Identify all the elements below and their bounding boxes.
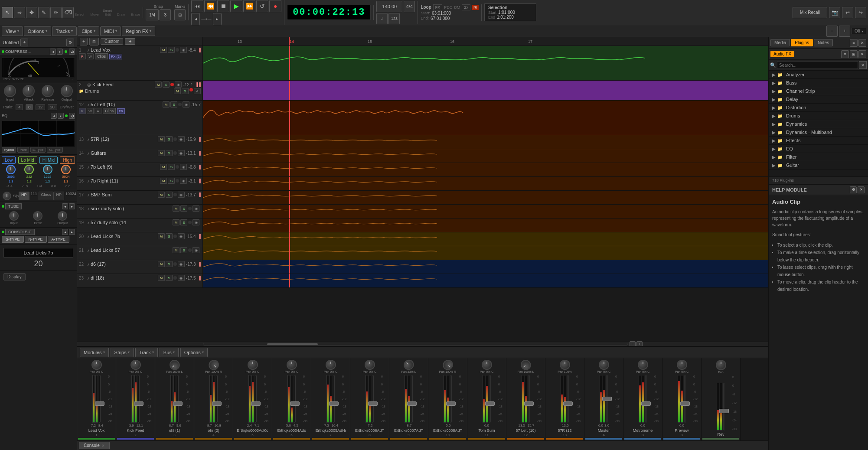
browser-icon-btn[interactable]: ⊞ [850, 50, 858, 58]
track-2-rec-led[interactable] [170, 83, 174, 86]
lomid-band-btn[interactable]: Lo Mid [18, 157, 37, 164]
erase-tool-btn[interactable]: ⌫ [62, 7, 74, 18]
track-18-content[interactable] [203, 205, 768, 218]
off-dropdown[interactable]: Off ▾ [852, 28, 866, 34]
mixer-fader-handle-3[interactable] [212, 401, 222, 406]
track-21-monitor-btn[interactable]: ◉ [193, 247, 199, 253]
track-12-r-btn[interactable]: R [79, 108, 86, 114]
track-12-clips-btn[interactable]: Clips [103, 108, 116, 114]
track-19-monitor-btn[interactable]: ◉ [193, 219, 199, 225]
marks-btn[interactable]: ⊞ [174, 9, 186, 20]
snap-value-btn[interactable]: 1/4 [146, 9, 159, 20]
track-13-solo-btn[interactable]: S [166, 136, 173, 142]
loop-btn[interactable]: ↺ [256, 0, 268, 12]
mixer-fader-handle-6[interactable] [329, 401, 339, 406]
mixer-fader-handle-11[interactable] [524, 401, 534, 406]
track-2-mute-btn[interactable]: M [155, 82, 162, 88]
mix-recall-btn[interactable]: Mix Recall [793, 7, 827, 18]
mixer-fader-handle-8[interactable] [407, 401, 417, 406]
mixer-fader-handle-9[interactable] [446, 401, 456, 406]
track-12-a-btn[interactable]: A [95, 108, 101, 114]
high-knob[interactable]: 5024 [61, 165, 71, 179]
track-1-fx-badge[interactable]: FX (2) [109, 54, 122, 59]
tempo-btn[interactable]: 140.00 [376, 1, 402, 12]
rewind-to-start-btn[interactable]: ⏮ [191, 0, 203, 12]
plugin-folder-channel-strip[interactable]: ▶ 📁 Channel Strip [769, 87, 868, 95]
selection-start[interactable]: 1:01:000 [498, 10, 515, 15]
track-12-mute-btn[interactable]: M [163, 101, 170, 108]
track-2-monitor-btn[interactable]: ◉ [175, 82, 182, 88]
stop-btn[interactable]: ⏹ [217, 0, 229, 12]
view-menu-btn[interactable]: View▾ [2, 26, 23, 36]
track-14-monitor-btn[interactable]: ◉ [178, 150, 185, 156]
track-2-folder-mute-btn[interactable]: M [174, 88, 181, 94]
mixer-fader-handle-16[interactable] [719, 409, 729, 413]
next-marker-btn[interactable]: ▸ [213, 13, 222, 25]
a-type-btn[interactable]: A-TYPE [48, 236, 70, 243]
track-2-content[interactable] [203, 81, 768, 100]
tube-next-btn[interactable]: ▸ [69, 203, 75, 209]
plugin-prev-btn[interactable]: ◂ [50, 49, 56, 55]
track-12-content[interactable] [203, 101, 768, 135]
plugin-folder-drums[interactable]: ▶ 📁 Drums [769, 112, 868, 120]
track-16-mute-btn[interactable]: M [160, 178, 167, 184]
smart-tool-btn[interactable]: ↖ [2, 7, 13, 18]
track-23-content[interactable] [203, 274, 768, 287]
track-14-content[interactable] [203, 149, 768, 163]
sip-knob[interactable] [3, 192, 11, 200]
lomid-knob[interactable]: 222 [24, 165, 34, 179]
track-16-solo-btn[interactable]: S [168, 178, 175, 184]
track-13-content[interactable] [203, 135, 768, 149]
track-1-monitor-btn[interactable]: ◉ [180, 47, 187, 53]
console-btn[interactable]: CONSOLE-C [5, 229, 35, 235]
track-2-folder-rec-led[interactable] [189, 88, 193, 91]
mixer-fader-handle-0[interactable] [95, 401, 104, 406]
modules-menu-btn[interactable]: Modules▾ [80, 348, 109, 357]
console-tab-close[interactable]: ✕ [101, 443, 105, 448]
mixer-strips[interactable]: Pan 0% C 60-6-12-18-24-38 [77, 358, 768, 440]
track-14-led[interactable] [173, 151, 177, 155]
track-19-content[interactable] [203, 218, 768, 232]
console-tab[interactable]: Console ✕ [79, 442, 110, 449]
track-18-mute-btn[interactable]: M [173, 205, 179, 212]
track-2-solo-btn[interactable]: S [163, 82, 170, 88]
mixer-pan-knob-0[interactable] [91, 360, 102, 370]
region-fx-menu-btn[interactable]: Region FX▾ [122, 26, 155, 36]
track-12-monitor-btn[interactable]: ◉ [183, 101, 189, 108]
tube-drive-knob[interactable]: Drive [33, 211, 42, 225]
mixer-fader-handle-4[interactable] [251, 401, 261, 406]
play-btn[interactable]: ▶ [230, 0, 242, 12]
track-22-solo-btn[interactable]: S [166, 261, 173, 267]
track-21-solo-btn[interactable]: S [180, 247, 187, 253]
notes-tab[interactable]: Notes [814, 39, 833, 46]
track-21-content[interactable] [203, 246, 768, 260]
track-22-content[interactable] [203, 260, 768, 274]
track-19-solo-btn[interactable]: S [180, 219, 187, 225]
track-15-mute-btn[interactable]: M [160, 164, 167, 170]
track-17-led[interactable] [173, 193, 177, 196]
zoom-plus-btn[interactable]: + [636, 341, 643, 346]
recall-back-btn[interactable]: ↩ [842, 7, 853, 18]
right-panel-close-btn[interactable]: ✕ [858, 39, 866, 47]
bus-menu-btn[interactable]: Bus▾ [160, 348, 179, 357]
track-22-led[interactable] [173, 262, 177, 266]
plugin-folder-dynamics---multiband[interactable]: ▶ 📁 Dynamics - Multiband [769, 128, 868, 137]
lp-btn[interactable]: HP [54, 192, 65, 200]
track-13-monitor-btn[interactable]: ◉ [178, 136, 185, 142]
browser-list-btn[interactable]: ≡ [841, 50, 849, 58]
prev-marker-btn[interactable]: ◂ [191, 13, 200, 25]
track-15-solo-btn[interactable]: S [168, 164, 175, 170]
mixer-pan-knob-13[interactable] [599, 360, 609, 370]
options-menu-btn[interactable]: Options▾ [24, 26, 51, 36]
plugin-folder-bass[interactable]: ▶ 📁 Bass [769, 79, 868, 87]
mixer-pan-knob-10[interactable] [482, 360, 492, 370]
low-knob[interactable]: 3893 [6, 165, 16, 179]
track-16-led[interactable] [176, 179, 179, 183]
plugin-folder-effects[interactable]: ▶ 📁 Effects [769, 137, 868, 145]
track-18-solo-btn[interactable]: S [180, 205, 187, 212]
h-scroll-thumb[interactable] [267, 343, 318, 345]
options-mixer-btn[interactable]: Options▾ [180, 348, 208, 357]
mixer-pan-knob-1[interactable] [131, 360, 141, 370]
track-2-folder-solo-btn[interactable]: S [182, 88, 189, 94]
search-input[interactable] [777, 61, 858, 69]
